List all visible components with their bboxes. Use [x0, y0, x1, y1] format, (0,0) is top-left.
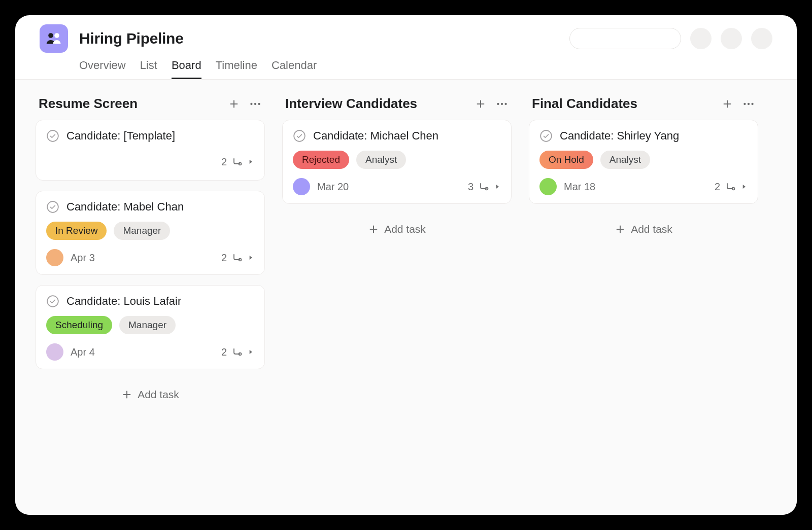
svg-point-17: [748, 102, 750, 104]
tag[interactable]: Scheduling: [46, 316, 112, 334]
check-circle-icon: [46, 200, 59, 214]
tab-calendar[interactable]: Calendar: [272, 56, 317, 79]
column-more-button[interactable]: [249, 97, 262, 111]
card-footer: Apr 4 2: [46, 343, 254, 361]
subtask-icon: [724, 181, 736, 193]
column-title: Final Candidates: [532, 96, 722, 112]
card-title-row: Candidate: Louis Lafair: [46, 295, 254, 308]
svg-point-20: [732, 188, 735, 190]
add-task-button[interactable]: Add task: [529, 214, 758, 244]
svg-point-7: [47, 201, 58, 213]
column-header: Resume Screen: [36, 94, 265, 120]
card-title: Candidate: Shirley Yang: [560, 129, 679, 143]
card[interactable]: Candidate: Mabel Chan In ReviewManagerAp…: [36, 191, 265, 275]
card-tags: In ReviewManager: [46, 222, 254, 240]
svg-point-5: [47, 130, 58, 142]
card-footer: Mar 20 3: [293, 178, 501, 195]
caret-right-icon: [247, 348, 254, 356]
tag[interactable]: Manager: [114, 222, 170, 240]
tab-timeline[interactable]: Timeline: [216, 56, 257, 79]
column-more-button[interactable]: [495, 97, 509, 111]
caret-right-icon: [494, 183, 501, 190]
card[interactable]: Candidate: Michael Chen RejectedAnalystM…: [282, 120, 512, 204]
svg-point-19: [540, 130, 552, 142]
header-right: [569, 28, 772, 49]
column-actions: [228, 97, 262, 111]
caret-right-icon: [740, 183, 748, 190]
avatar[interactable]: [539, 178, 557, 195]
card-footer: Apr 3 2: [46, 249, 254, 266]
tab-list[interactable]: List: [140, 56, 157, 79]
column-add-button[interactable]: [475, 97, 486, 111]
tag[interactable]: Manager: [119, 316, 176, 334]
svg-point-13: [504, 102, 506, 104]
card-subtasks[interactable]: 3: [468, 181, 501, 193]
card-tags: SchedulingManager: [46, 316, 254, 334]
more-icon: [249, 97, 262, 111]
check-circle-icon: [46, 129, 59, 143]
avatar[interactable]: [46, 343, 63, 361]
column-more-button[interactable]: [742, 97, 755, 111]
column-header: Interview Candidates: [282, 94, 512, 120]
header-action-1[interactable]: [690, 28, 712, 49]
check-circle-icon: [46, 295, 59, 308]
plus-icon: [121, 389, 132, 400]
svg-point-0: [48, 33, 53, 38]
plus-icon: [475, 98, 486, 110]
column-actions: [475, 97, 509, 111]
card-title: Candidate: Louis Lafair: [66, 295, 181, 308]
card-date: Mar 18: [564, 181, 595, 193]
search-input[interactable]: [569, 28, 681, 49]
card-footer: 2: [46, 152, 254, 172]
card-title: Candidate: Michael Chen: [313, 129, 438, 143]
card[interactable]: Candidate: Louis Lafair SchedulingManage…: [36, 285, 265, 369]
add-task-button[interactable]: Add task: [36, 379, 265, 410]
plus-icon: [368, 224, 379, 235]
svg-point-6: [239, 163, 242, 165]
card-title-row: Candidate: Shirley Yang: [539, 129, 748, 143]
card[interactable]: Candidate: Shirley Yang On HoldAnalystMa…: [529, 120, 758, 204]
header-top: Hiring Pipeline: [40, 24, 772, 53]
card-title: Candidate: [Template]: [66, 129, 175, 143]
subtask-count: 2: [221, 252, 227, 264]
tab-overview[interactable]: Overview: [79, 56, 126, 79]
subtask-count: 2: [221, 346, 227, 358]
board: Resume Screen Candidate: [Template] 2 Ca…: [15, 80, 797, 515]
add-task-label: Add task: [138, 388, 179, 401]
subtask-icon: [231, 346, 243, 358]
header-action-3[interactable]: [751, 28, 772, 49]
header-action-2[interactable]: [721, 28, 742, 49]
column: Final Candidates Candidate: Shirley Yang…: [529, 94, 758, 244]
card-subtasks[interactable]: 2: [221, 346, 254, 358]
caret-right-icon: [247, 254, 254, 261]
card[interactable]: Candidate: [Template] 2: [36, 120, 265, 181]
card-subtasks[interactable]: 2: [715, 181, 748, 193]
svg-point-11: [497, 102, 499, 104]
avatar[interactable]: [46, 249, 63, 266]
column-actions: [722, 97, 755, 111]
column-add-button[interactable]: [228, 97, 240, 111]
column-add-button[interactable]: [722, 97, 733, 111]
tabs: OverviewListBoardTimelineCalendar: [79, 56, 772, 79]
svg-point-12: [501, 102, 503, 104]
tag[interactable]: In Review: [46, 222, 107, 240]
tag[interactable]: Rejected: [293, 151, 349, 169]
card-title-row: Candidate: [Template]: [46, 129, 254, 143]
column-title: Resume Screen: [39, 96, 228, 112]
tag[interactable]: Analyst: [356, 151, 406, 169]
card-tags: RejectedAnalyst: [293, 151, 501, 169]
add-task-label: Add task: [631, 223, 672, 235]
svg-point-2: [250, 102, 252, 104]
subtask-count: 2: [715, 181, 720, 193]
card-subtasks[interactable]: 2: [221, 252, 254, 264]
tag[interactable]: Analyst: [600, 151, 650, 169]
column: Resume Screen Candidate: [Template] 2 Ca…: [36, 94, 265, 410]
column-title: Interview Candidates: [285, 96, 475, 112]
avatar[interactable]: [293, 178, 310, 195]
project-icon[interactable]: [40, 24, 68, 53]
tag[interactable]: On Hold: [539, 151, 593, 169]
add-task-button[interactable]: Add task: [282, 214, 512, 244]
tab-board[interactable]: Board: [172, 56, 201, 79]
card-title-row: Candidate: Mabel Chan: [46, 200, 254, 214]
card-subtasks[interactable]: 2: [221, 156, 254, 168]
